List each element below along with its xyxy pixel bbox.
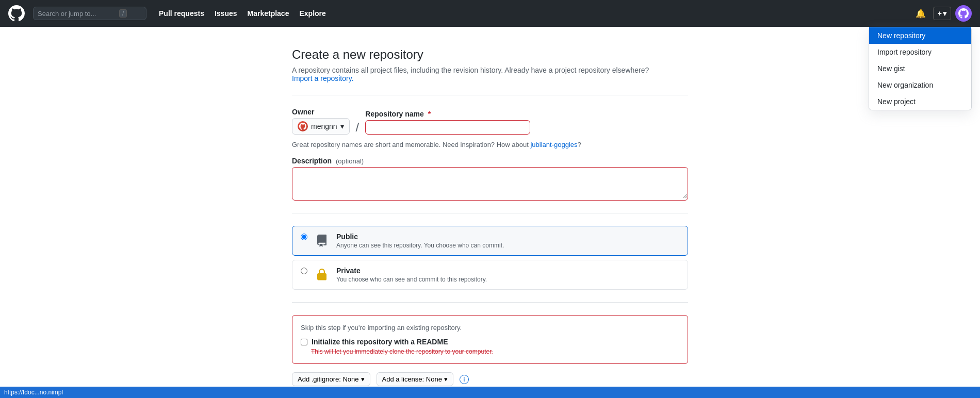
navbar-links: Pull requests Issues Marketplace Explore (155, 6, 330, 21)
public-name: Public (336, 233, 504, 241)
visibility-divider (292, 213, 688, 213)
main-content: Create a new repository A repository con… (284, 27, 696, 398)
search-box[interactable]: / (33, 7, 146, 20)
owner-label: Owner (292, 108, 350, 116)
page-title: Create a new repository (292, 47, 688, 62)
license-select[interactable]: Add a license: None ▾ (377, 372, 453, 386)
info-icon[interactable]: i (460, 375, 469, 384)
chevron-down-icon: ▾ (943, 9, 946, 18)
public-icon (314, 233, 330, 249)
notifications-button[interactable]: 🔔 (912, 7, 929, 21)
dropdown-new-repository[interactable]: New repository (869, 27, 971, 44)
import-link[interactable]: Import a repository. (292, 74, 354, 82)
navbar-right: 🔔 + ▾ (912, 5, 972, 22)
readme-label[interactable]: Initialize this repository with a README (312, 338, 448, 346)
owner-chevron-icon: ▾ (340, 122, 344, 130)
owner-group: Owner mengnn ▾ (292, 108, 350, 135)
owner-avatar-icon (298, 121, 308, 131)
private-icon (314, 267, 330, 283)
addons-row: Add .gitignore: None ▾ Add a license: No… (292, 372, 688, 386)
search-kbd: / (119, 9, 127, 18)
user-avatar[interactable] (955, 5, 972, 22)
search-input[interactable] (38, 10, 115, 18)
gitignore-label: Add .gitignore: None (298, 375, 359, 383)
gitignore-select[interactable]: Add .gitignore: None ▾ (292, 372, 370, 386)
gitignore-chevron-icon: ▾ (361, 375, 365, 383)
path-separator: / (354, 120, 362, 135)
repo-name-hint: Great repository names are short and mem… (292, 141, 688, 148)
repo-name-group: Repository name * (365, 110, 530, 135)
visibility-public-option[interactable]: Public Anyone can see this repository. Y… (292, 226, 688, 256)
clone-hint: This will let you immediately clone the … (311, 348, 679, 355)
plus-icon: + (938, 9, 942, 18)
init-checkbox-row: Initialize this repository with a README (301, 338, 679, 346)
dropdown-new-organization[interactable]: New organization (869, 77, 971, 93)
statusbar-url: https://fdoc...no.nimpl (4, 389, 63, 396)
owner-repo-row: Owner mengnn ▾ / Repository name * (292, 108, 688, 135)
github-logo[interactable] (8, 5, 25, 22)
dropdown-new-project[interactable]: New project (869, 93, 971, 110)
visibility-section: Public Anyone can see this repository. Y… (292, 226, 688, 290)
dropdown-import-repository[interactable]: Import repository (869, 44, 971, 60)
subtitle: A repository contains all project files,… (292, 66, 688, 82)
nav-pull-requests[interactable]: Pull requests (155, 6, 208, 21)
public-text-group: Public Anyone can see this repository. Y… (336, 233, 504, 249)
description-input-wrapper (292, 167, 688, 201)
bell-icon: 🔔 (916, 9, 926, 19)
required-indicator: * (428, 110, 431, 118)
nav-issues[interactable]: Issues (210, 6, 241, 21)
description-label: Description (optional) (292, 157, 364, 165)
visibility-public-radio[interactable] (301, 234, 307, 240)
private-name: Private (336, 267, 487, 275)
plus-dropdown: New repository Import repository New gis… (869, 27, 972, 110)
dropdown-new-gist[interactable]: New gist (869, 60, 971, 77)
new-menu-button[interactable]: + ▾ (933, 7, 951, 20)
init-section: Skip this step if you're importing an ex… (292, 315, 688, 364)
readme-checkbox[interactable] (301, 339, 307, 345)
init-divider (292, 302, 688, 303)
description-input[interactable] (292, 168, 688, 198)
private-text-group: Private You choose who can see and commi… (336, 267, 487, 283)
repo-name-input[interactable] (365, 120, 530, 135)
skip-text: Skip this step if you're importing an ex… (301, 324, 679, 331)
nav-marketplace[interactable]: Marketplace (243, 6, 293, 21)
visibility-private-option[interactable]: Private You choose who can see and commi… (292, 260, 688, 290)
license-label: Add a license: None (382, 375, 442, 383)
statusbar: https://fdoc...no.nimpl (0, 387, 980, 398)
navbar: / Pull requests Issues Marketplace Explo… (0, 0, 980, 27)
owner-name: mengnn (311, 122, 337, 130)
suggestion-link[interactable]: jubilant-goggles (530, 141, 577, 148)
description-group: Description (optional) (292, 157, 688, 201)
private-desc: You choose who can see and commit to thi… (336, 276, 487, 283)
form-divider (292, 95, 688, 95)
nav-explore[interactable]: Explore (295, 6, 330, 21)
public-desc: Anyone can see this repository. You choo… (336, 242, 504, 249)
owner-select[interactable]: mengnn ▾ (292, 118, 350, 135)
optional-label: (optional) (336, 157, 364, 165)
repo-name-label: Repository name * (365, 110, 530, 118)
visibility-private-radio[interactable] (301, 268, 307, 274)
license-chevron-icon: ▾ (444, 375, 448, 383)
